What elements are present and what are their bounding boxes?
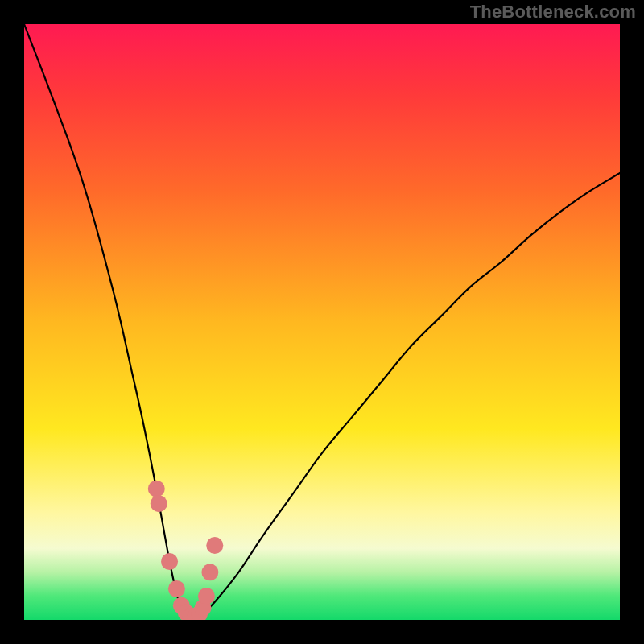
watermark-text: TheBottleneck.com: [470, 2, 636, 23]
marker-group: [148, 481, 224, 620]
marker-point: [148, 481, 165, 497]
marker-point: [206, 537, 223, 554]
marker-point: [151, 495, 167, 512]
chart-svg: [24, 24, 620, 620]
marker-point: [198, 588, 215, 605]
bottleneck-curve: [24, 24, 620, 620]
chart-frame: TheBottleneck.com: [0, 0, 644, 644]
marker-point: [168, 580, 185, 597]
marker-point: [161, 553, 178, 570]
marker-point: [201, 564, 218, 580]
plot-area: [24, 24, 620, 620]
